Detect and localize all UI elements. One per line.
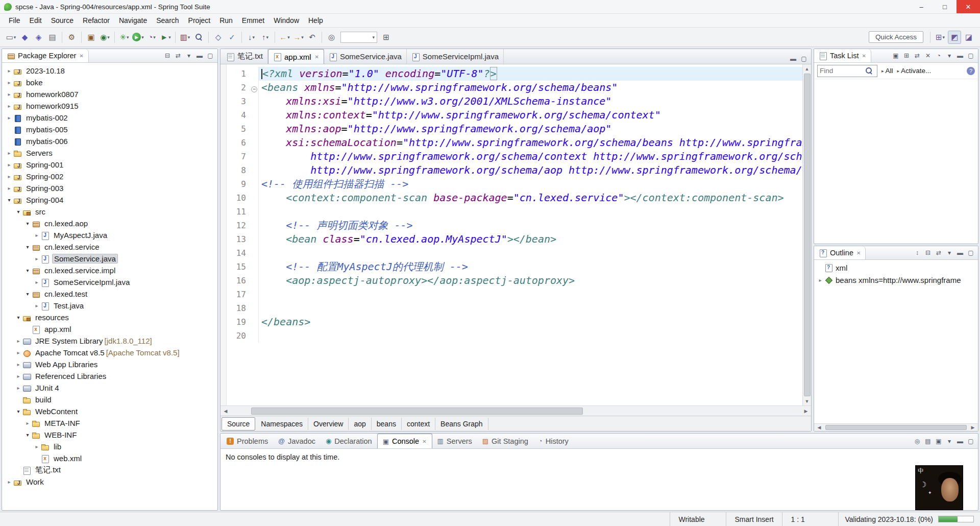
scroll-up-icon[interactable]: ▲ (805, 64, 810, 73)
previous-annotation-button[interactable]: ↑▾ (259, 31, 272, 43)
expand-arrow-icon[interactable]: ▾ (23, 244, 32, 250)
open-console-icon[interactable]: ▣ (934, 436, 944, 446)
tree-item[interactable]: app.xml (2, 323, 217, 335)
new-java-project-button[interactable]: ▣ (85, 31, 97, 43)
menu-edit[interactable]: Edit (25, 15, 46, 26)
code-line[interactable]: 1<?xml version="1.0" encoding="UTF-8"?> (227, 67, 802, 81)
tree-item[interactable]: ▾resources (2, 312, 217, 323)
close-view-icon[interactable]: ✕ (79, 53, 83, 59)
run-external-tools-button[interactable]: ►▾ (159, 31, 172, 43)
new-java-class-button[interactable]: ◉▾ (99, 31, 111, 43)
editor-page-tab-source[interactable]: Source (222, 417, 255, 431)
tree-item[interactable]: 笔记.txt (2, 464, 217, 476)
code-line[interactable]: 7 http://www.springframework.org/schema/… (227, 150, 802, 163)
editor-page-tab-beans[interactable]: beans (372, 418, 402, 430)
new-task-icon[interactable]: ▣ (891, 51, 901, 61)
collapse-all-icon[interactable]: ⊟ (162, 51, 173, 61)
vertical-scrollbar-thumb[interactable] (804, 74, 811, 396)
code-line[interactable]: 3 xmlns:xsi="http://www.w3.org/2001/XMLS… (227, 94, 802, 108)
expand-arrow-icon[interactable]: ▸ (816, 277, 824, 283)
scroll-left-icon[interactable]: ◀ (220, 409, 231, 414)
coverage-button[interactable]: ▥▾ (179, 31, 191, 43)
sort-icon[interactable]: ↕ (912, 248, 922, 258)
tree-item[interactable]: ▾WebContent (2, 405, 217, 417)
activate-link[interactable]: Activate... (901, 67, 931, 75)
tree-item[interactable]: ▸JUnit 4 (2, 382, 217, 394)
expand-arrow-icon[interactable]: ▸ (5, 80, 13, 85)
view-menu-icon[interactable]: ▾ (184, 51, 194, 61)
tree-item[interactable]: ▸homework0915 (2, 100, 217, 112)
maximize-view-icon[interactable]: ▢ (966, 248, 976, 258)
menu-run[interactable]: Run (215, 15, 237, 26)
view-menu-icon[interactable]: ▾ (944, 51, 954, 61)
tree-item[interactable]: web.xml (2, 452, 217, 464)
tree-item[interactable]: ▾WEB-INF (2, 429, 217, 441)
code-line[interactable]: 17 (227, 288, 802, 301)
tree-item[interactable]: ▸Spring-003 (2, 182, 217, 194)
tree-item[interactable]: ▸boke (2, 77, 217, 88)
run-button[interactable]: ▶▾ (132, 31, 144, 43)
code-line[interactable]: 6 xsi:schemaLocation="http://www.springf… (227, 136, 802, 150)
collapse-all-icon[interactable]: ⊟ (923, 248, 933, 258)
expand-arrow-icon[interactable]: ▸ (33, 444, 41, 449)
maximize-view-icon[interactable]: ▢ (966, 51, 976, 61)
expand-arrow-icon[interactable]: ▸ (14, 385, 22, 391)
tree-item[interactable]: ▾Spring-004 (2, 194, 217, 206)
save-button[interactable]: ◆ (18, 31, 31, 43)
code-line[interactable]: 14 (227, 246, 802, 260)
editor-tab-app-xml[interactable]: app.xml✕ (268, 49, 324, 64)
menu-file[interactable]: File (4, 15, 25, 26)
tree-item[interactable]: ▸Test.java (2, 300, 217, 312)
tree-item[interactable]: ▸lib (2, 441, 217, 452)
expand-arrow-icon[interactable]: ▾ (14, 409, 22, 414)
console-tab-javadoc[interactable]: @Javadoc (273, 434, 321, 448)
xml-editor[interactable]: 1<?xml version="1.0" encoding="UTF-8"?>2… (220, 64, 811, 405)
tree-item[interactable]: ▾cn.lexed.test (2, 288, 217, 300)
console-tab-git-staging[interactable]: ▨Git Staging (477, 434, 533, 448)
view-menu-icon[interactable]: ▾ (944, 248, 954, 258)
menu-emmet[interactable]: Emmet (237, 15, 269, 26)
expand-arrow-icon[interactable]: ▸ (33, 303, 41, 308)
expand-arrow-icon[interactable]: ▾ (23, 291, 32, 297)
expand-arrow-icon[interactable]: ▸ (5, 91, 13, 97)
expand-arrow-icon[interactable]: ▸ (5, 103, 13, 109)
task-list-tab[interactable]: Task List ✕ (814, 49, 871, 62)
outline-scrollbar-thumb[interactable] (825, 425, 967, 430)
link-with-editor-icon[interactable]: ⇄ (912, 51, 922, 61)
code-line[interactable]: 2−<beans xmlns="http://www.springframewo… (227, 81, 802, 94)
pin-editor-button[interactable]: ◎ (325, 31, 338, 43)
expand-arrow-icon[interactable]: ▾ (5, 197, 13, 203)
editor-page-tab-overview[interactable]: Overview (308, 418, 349, 430)
expand-arrow-icon[interactable]: ▸ (5, 68, 13, 74)
menu-help[interactable]: Help (304, 15, 328, 26)
expand-arrow-icon[interactable]: ▸ (5, 479, 13, 485)
link-with-editor-icon[interactable]: ⇄ (173, 51, 183, 61)
scroll-left-icon[interactable]: ◀ (814, 425, 824, 430)
close-view-icon[interactable]: ✕ (856, 250, 861, 256)
view-menu-icon[interactable]: ▾ (944, 436, 954, 446)
mark-occurrences-button[interactable]: ⊞ (380, 31, 393, 43)
menu-project[interactable]: Project (184, 15, 215, 26)
profile-button[interactable]: ◔▾ (145, 31, 158, 43)
code-line[interactable]: 4 xmlns:context="http://www.springframew… (227, 108, 802, 122)
build-all-button[interactable]: ⚙ (65, 31, 78, 43)
tree-item[interactable]: mybatis-006 (2, 135, 217, 147)
code-line[interactable]: 8 http://www.springframework.org/schema/… (227, 163, 802, 177)
forward-button[interactable]: →▾ (292, 31, 305, 43)
menu-refactor[interactable]: Refactor (78, 15, 114, 26)
minimize-view-icon[interactable]: ▬ (955, 436, 965, 446)
tree-item[interactable]: ▸Servers (2, 147, 217, 159)
editor-page-tab-context[interactable]: context (402, 418, 435, 430)
code-line[interactable]: 11 (227, 205, 802, 219)
outline-horizontal-scrollbar[interactable]: ◀ ▶ (814, 423, 978, 431)
editor-tab-txt[interactable]: 笔记.txt (222, 49, 268, 64)
code-line[interactable]: 19</beans> (227, 315, 802, 329)
close-tab-icon[interactable]: ✕ (315, 54, 319, 60)
menu-source[interactable]: Source (46, 15, 78, 26)
expand-arrow-icon[interactable]: ▾ (14, 209, 22, 214)
print-button[interactable]: ▤ (46, 31, 59, 43)
console-tab-problems[interactable]: !Problems (222, 434, 273, 448)
menu-navigate[interactable]: Navigate (114, 15, 152, 26)
new-task-toolbar-button[interactable]: ✓ (226, 31, 238, 43)
outline-tab[interactable]: Outline ✕ (814, 246, 866, 259)
